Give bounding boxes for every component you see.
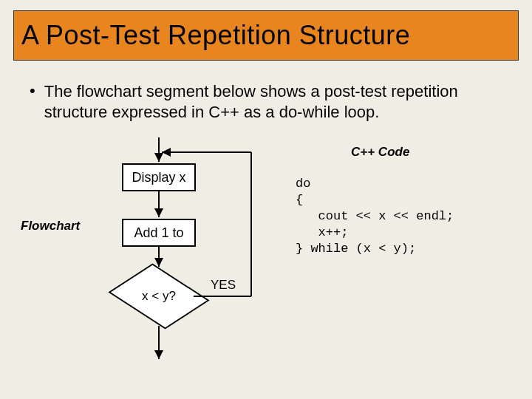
flowchart-box-display: Display x [122,163,196,191]
flowchart-box-add: Add 1 to [122,219,196,247]
yes-label: YES [211,278,236,293]
flowchart-decision: x < y? [126,270,192,322]
bullet-area: • The flowchart segment below shows a po… [30,81,502,123]
bullet-text: The flowchart segment below shows a post… [44,81,502,123]
bullet-item: • The flowchart segment below shows a po… [30,81,502,123]
flowchart-label: Flowchart [21,219,80,233]
code-label: C++ Code [351,145,409,160]
box-add-text: Add 1 to [134,225,183,241]
box-display-text: Display x [132,170,185,185]
decision-text: x < y? [126,270,192,322]
diagram-area: Flowchart C++ Code Display x Add 1 to x … [0,123,532,366]
page-title: A Post-Test Repetition Structure [21,20,511,51]
title-bar: A Post-Test Repetition Structure [13,10,519,61]
bullet-dot: • [30,81,35,100]
code-block: do { cout << x << endl; x++; } while (x … [296,176,454,257]
